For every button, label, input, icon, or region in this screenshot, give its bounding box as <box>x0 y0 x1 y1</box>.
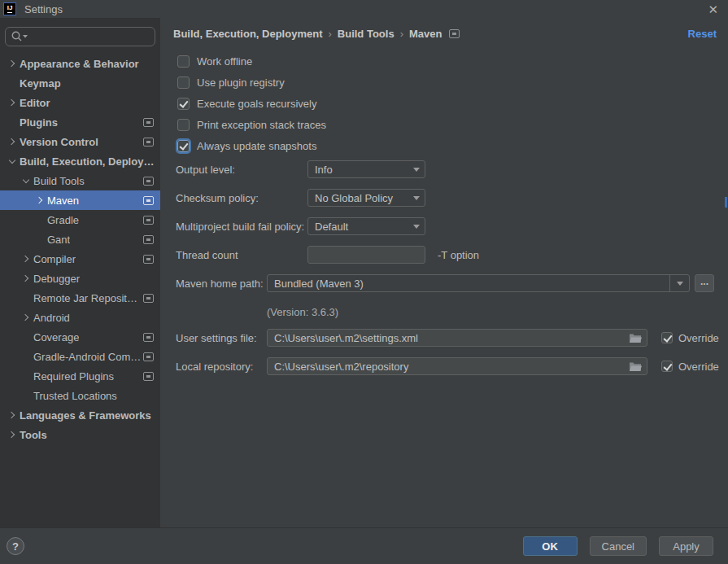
sidebar-item-trusted-locations[interactable]: Trusted Locations <box>0 386 160 405</box>
sidebar-item-compiler[interactable]: Compiler <box>0 249 160 269</box>
search-options-arrow-icon <box>23 35 28 38</box>
chevron-down-icon <box>413 196 420 200</box>
breadcrumb-separator: › <box>328 28 331 40</box>
output-level-select[interactable]: Info <box>307 160 425 178</box>
settings-screen-icon <box>143 255 154 264</box>
chevron-spacer <box>20 366 32 386</box>
breadcrumb-build-tools[interactable]: Build Tools <box>338 28 395 40</box>
breadcrumb-maven[interactable]: Maven <box>409 28 442 40</box>
sidebar-item-maven[interactable]: Maven <box>0 190 160 210</box>
thread-count-input[interactable] <box>307 246 425 264</box>
chevron-right-icon[interactable] <box>7 93 18 112</box>
sidebar-item-gradle-android-compiler[interactable]: Gradle-Android Compiler <box>0 347 160 366</box>
chevron-right-icon[interactable] <box>7 132 18 151</box>
checkbox-row-always-update-snapshots[interactable]: Always update snapshots <box>176 135 728 156</box>
sidebar-item-required-plugins[interactable]: Required Plugins <box>0 366 160 386</box>
sidebar-item-label: Gant <box>47 234 70 246</box>
sidebar-item-label: Required Plugins <box>33 370 114 383</box>
sidebar-item-gant[interactable]: Gant <box>0 230 160 249</box>
sidebar-item-editor[interactable]: Editor <box>0 93 160 112</box>
folder-icon[interactable] <box>629 361 642 372</box>
scroll-marker <box>725 197 727 208</box>
sidebar-item-build-tools[interactable]: Build Tools <box>0 171 160 190</box>
local-repo-override[interactable]: Override <box>661 361 719 373</box>
breadcrumb-build-execution-deployment[interactable]: Build, Execution, Deployment <box>173 28 322 40</box>
sidebar-item-build-execution-deployment[interactable]: Build, Execution, Deployment <box>0 151 160 171</box>
checksum-policy-row: Checksum policy: No Global Policy <box>176 189 728 207</box>
maven-version-row: (Version: 3.6.3) <box>176 303 728 321</box>
chevron-down-icon[interactable] <box>7 151 18 171</box>
work-offline-checkbox[interactable] <box>177 55 190 68</box>
browse-button[interactable]: ... <box>695 274 714 292</box>
sidebar-item-label: Appearance & Behavior <box>20 58 139 70</box>
chevron-spacer <box>20 327 32 347</box>
chevron-right-icon[interactable] <box>20 249 32 269</box>
local-repo-input[interactable]: C:\Users\user\.m2\repository <box>267 357 647 375</box>
sidebar-item-label: Coverage <box>33 331 79 343</box>
folder-icon[interactable] <box>629 333 642 343</box>
close-icon[interactable]: ✕ <box>708 3 718 15</box>
chevron-down-icon[interactable] <box>20 171 32 190</box>
checkbox-row-execute-goals-recursively[interactable]: Execute goals recursively <box>176 93 728 114</box>
use-plugin-registry-checkbox[interactable] <box>177 77 190 89</box>
settings-screen-icon <box>449 29 460 38</box>
sidebar-item-languages-frameworks[interactable]: Languages & Frameworks <box>0 405 160 425</box>
user-settings-label: User settings file: <box>176 332 267 344</box>
user-settings-override[interactable]: Override <box>661 332 719 344</box>
sidebar-item-label: Version Control <box>20 136 98 148</box>
override-checkbox[interactable] <box>661 361 673 372</box>
sidebar-item-debugger[interactable]: Debugger <box>0 269 160 288</box>
chevron-right-icon[interactable] <box>20 308 32 327</box>
output-level-row: Output level: Info <box>176 160 728 178</box>
checkbox-row-use-plugin-registry[interactable]: Use plugin registry <box>176 72 728 93</box>
scroll-stripe[interactable] <box>723 18 728 527</box>
chevron-right-icon[interactable] <box>34 190 46 210</box>
sidebar-item-coverage[interactable]: Coverage <box>0 327 160 347</box>
sidebar-item-remote-jar-repositories[interactable]: Remote Jar Repositories <box>0 288 160 308</box>
checkbox-row-print-exception-stack-traces[interactable]: Print exception stack traces <box>176 114 728 135</box>
settings-sidebar: Appearance & BehaviorKeymapEditorPlugins… <box>0 18 160 527</box>
settings-search-box[interactable] <box>5 27 155 46</box>
sidebar-item-keymap[interactable]: Keymap <box>0 73 160 93</box>
maven-home-combobox[interactable]: Bundled (Maven 3) <box>267 274 690 292</box>
sidebar-item-gradle[interactable]: Gradle <box>0 210 160 230</box>
sidebar-item-label: Build Tools <box>33 175 85 187</box>
always-update-snapshots-checkbox[interactable] <box>177 140 190 152</box>
settings-screen-icon <box>143 294 154 303</box>
print-exception-stack-traces-checkbox[interactable] <box>177 119 190 131</box>
help-icon[interactable]: ? <box>7 537 24 555</box>
sidebar-item-appearance-behavior[interactable]: Appearance & Behavior <box>0 54 160 73</box>
maven-settings-content: Work offlineUse plugin registryExecute g… <box>160 50 728 375</box>
sidebar-item-label: Gradle-Android Compiler <box>33 351 143 363</box>
sidebar-item-label: Gradle <box>47 214 79 226</box>
breadcrumb: Build, Execution, Deployment›Build Tools… <box>160 24 728 42</box>
chevron-right-icon[interactable] <box>7 405 18 425</box>
ok-button[interactable]: OK <box>523 536 578 556</box>
thread-count-option-hint: -T option <box>438 249 479 261</box>
chevron-right-icon[interactable] <box>20 269 32 288</box>
chevron-right-icon[interactable] <box>7 425 18 444</box>
search-input[interactable] <box>28 31 150 42</box>
chevron-down-icon[interactable] <box>669 275 689 291</box>
sidebar-item-label: Tools <box>20 429 47 441</box>
cancel-button[interactable]: Cancel <box>590 536 647 556</box>
chevron-right-icon[interactable] <box>7 54 18 73</box>
sidebar-item-plugins[interactable]: Plugins <box>0 112 160 132</box>
checksum-policy-select[interactable]: No Global Policy <box>307 189 425 207</box>
sidebar-item-version-control[interactable]: Version Control <box>0 132 160 151</box>
reset-link[interactable]: Reset <box>688 28 717 40</box>
local-repo-path: C:\Users\user\.m2\repository <box>274 361 629 373</box>
checkbox-row-work-offline[interactable]: Work offline <box>176 50 728 72</box>
sidebar-item-tools[interactable]: Tools <box>0 425 160 444</box>
apply-button[interactable]: Apply <box>659 536 713 556</box>
chevron-spacer <box>34 230 46 249</box>
chevron-spacer <box>20 347 32 366</box>
sidebar-item-android[interactable]: Android <box>0 308 160 327</box>
sidebar-item-label: Build, Execution, Deployment <box>20 155 160 168</box>
multiproject-policy-select[interactable]: Default <box>307 217 425 235</box>
dialog-footer: ? OK Cancel Apply <box>0 527 728 564</box>
override-checkbox[interactable] <box>661 332 673 343</box>
user-settings-input[interactable]: C:\Users\user\.m2\settings.xml <box>267 329 647 347</box>
execute-goals-recursively-checkbox[interactable] <box>177 98 190 110</box>
multiproject-policy-label: Multiproject build fail policy: <box>176 221 307 233</box>
